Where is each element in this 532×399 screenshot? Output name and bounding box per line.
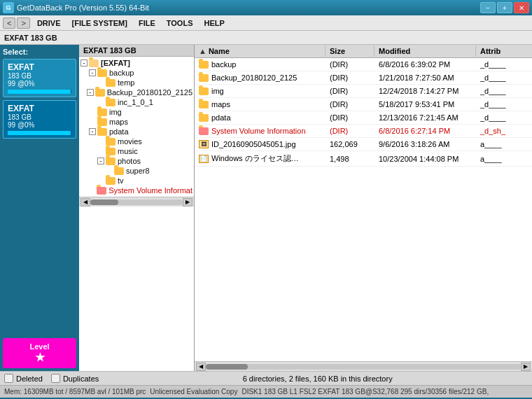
- file-attrib-0: _d____: [476, 59, 532, 70]
- tree-label-img: img: [109, 108, 122, 116]
- tree-item-photos[interactable]: photos: [80, 156, 192, 166]
- file-modified-3: 5/18/2017 9:53:41 PM: [374, 99, 476, 110]
- file-list[interactable]: backup (DIR) 6/8/2016 6:39:02 PM _d____ …: [195, 58, 532, 361]
- tree-item-sysvolinfo[interactable]: System Volume Informat: [80, 186, 192, 195]
- tree-container: [EXFAT] backup temp: [79, 57, 194, 197]
- tree-horizontal-scrollbar[interactable]: ◀ ▶: [79, 197, 194, 206]
- tree-item-music[interactable]: music: [80, 146, 192, 156]
- tree-expander-photos[interactable]: [97, 158, 104, 164]
- tree-expander-inc: [97, 99, 104, 106]
- tree-label-photos: photos: [118, 157, 141, 165]
- tree-expander-exfat[interactable]: [80, 59, 88, 66]
- folder-icon-music: [106, 148, 115, 155]
- drive-item-1[interactable]: EXFAT 183 GB 99 @0%: [3, 100, 76, 139]
- tree-label-movies: movies: [118, 137, 142, 146]
- folder-icon-exfat: [89, 59, 99, 67]
- close-button[interactable]: ✕: [514, 2, 529, 13]
- tree-item-super8[interactable]: super8: [80, 166, 192, 176]
- file-folder-icon-0: [199, 61, 209, 69]
- deleted-label: Deleted: [16, 374, 43, 383]
- drive-name-1: EXFAT: [8, 104, 71, 113]
- scroll-track[interactable]: [90, 200, 183, 205]
- tree-expander-backup2018[interactable]: [87, 89, 94, 96]
- tree-label-backup2018: Backup_20180120_2125: [107, 88, 192, 97]
- file-row-6[interactable]: 🖼 ID_20160905045051.jpg 162,069 9/6/2016…: [195, 138, 532, 151]
- file-doc-icon-7: 📄: [199, 155, 209, 163]
- menu-drive[interactable]: DRIVE: [31, 18, 66, 29]
- folder-icon-img: [97, 108, 107, 116]
- file-scroll-right-btn[interactable]: ▶: [521, 363, 531, 371]
- col-header-modified[interactable]: Modified: [374, 46, 476, 57]
- tree-label-backup: backup: [109, 69, 134, 77]
- tree-label-maps: maps: [109, 118, 128, 126]
- tree-expander-backup[interactable]: [89, 69, 96, 76]
- file-row-4[interactable]: pdata (DIR) 12/13/2016 7:21:45 AM _d____: [195, 111, 532, 125]
- file-modified-1: 1/21/2018 7:27:50 AM: [374, 72, 476, 83]
- tree-expander-super8: [106, 167, 113, 174]
- file-folder-icon-1: [199, 74, 209, 82]
- app-icon: G: [3, 2, 14, 13]
- tree-panel[interactable]: EXFAT 183 GB [EXFAT] backup tem: [79, 45, 195, 371]
- file-row-2[interactable]: img (DIR) 12/24/2018 7:14:27 PM _d____: [195, 85, 532, 98]
- file-folder-icon-3: [199, 101, 209, 108]
- file-size-6: 162,069: [326, 139, 374, 150]
- title-text: GetDataBack Pro (Version 5.55) 64-Bit: [17, 4, 480, 12]
- duplicates-checkbox[interactable]: [51, 374, 60, 383]
- file-row-1[interactable]: Backup_20180120_2125 (DIR) 1/21/2018 7:2…: [195, 71, 532, 85]
- nav-back-button[interactable]: <: [3, 18, 15, 29]
- window-controls: − + ✕: [480, 2, 529, 13]
- file-scroll-thumb[interactable]: [206, 364, 248, 370]
- status-license: Unlicensed Evaluation Copy: [150, 388, 237, 396]
- tree-label-pdata: pdata: [109, 127, 129, 136]
- menu-help[interactable]: HELP: [199, 18, 230, 29]
- col-header-name[interactable]: ▲ Name: [195, 46, 326, 57]
- folder-icon-super8: [114, 167, 124, 175]
- menu-file[interactable]: FILE: [133, 18, 161, 29]
- deleted-checkbox[interactable]: [4, 374, 13, 383]
- file-row-3[interactable]: maps (DIR) 5/18/2017 9:53:41 PM _d____: [195, 98, 532, 111]
- tree-label-tv: tv: [118, 176, 124, 185]
- file-modified-5: 6/8/2016 6:27:14 PM: [374, 125, 476, 136]
- tree-item-maps[interactable]: maps: [80, 117, 192, 127]
- tree-item-backup[interactable]: backup: [80, 68, 192, 78]
- duplicates-indicator: Duplicates: [51, 374, 99, 383]
- tree-item-exfat[interactable]: [EXFAT]: [80, 58, 192, 68]
- tree-item-movies[interactable]: movies: [80, 136, 192, 146]
- file-row-0[interactable]: backup (DIR) 6/8/2016 6:39:02 PM _d____: [195, 58, 532, 71]
- folder-icon-backup: [97, 69, 107, 77]
- drive-item-0[interactable]: EXFAT 183 GB 99 @0%: [3, 59, 76, 97]
- drive-progress-0: [8, 90, 71, 94]
- scroll-right-btn[interactable]: ▶: [183, 198, 192, 206]
- menu-filesystem[interactable]: [FILE SYSTEM]: [66, 18, 133, 29]
- scroll-thumb[interactable]: [90, 200, 118, 205]
- tree-item-pdata[interactable]: pdata: [80, 127, 192, 136]
- menu-tools[interactable]: TOOLS: [161, 18, 199, 29]
- tree-expander-temp: [97, 79, 104, 86]
- dir-count: 6 directories, 2 files, 160 KB in this d…: [107, 374, 528, 383]
- file-scroll-left-btn[interactable]: ◀: [196, 363, 206, 371]
- tree-label-super8: super8: [126, 167, 150, 175]
- col-header-attrib[interactable]: Attrib: [476, 46, 532, 57]
- tree-item-inc[interactable]: inc_1_0_1: [80, 97, 192, 107]
- tree-item-backup2018[interactable]: Backup_20180120_2125: [80, 88, 192, 97]
- file-name-7: 📄 Windows のライセス認…: [195, 152, 326, 165]
- file-name-0: backup: [195, 59, 326, 70]
- file-name-3: maps: [195, 99, 326, 110]
- file-scroll-track[interactable]: [206, 364, 521, 370]
- scroll-left-btn[interactable]: ◀: [80, 198, 90, 206]
- col-header-size[interactable]: Size: [326, 46, 374, 57]
- tree-item-tv[interactable]: tv: [80, 176, 192, 186]
- minimize-button[interactable]: −: [480, 2, 496, 13]
- tree-label-music: music: [118, 147, 138, 155]
- maximize-button[interactable]: +: [497, 2, 512, 13]
- file-horizontal-scrollbar[interactable]: ◀ ▶: [195, 361, 532, 371]
- file-img-icon-6: 🖼: [199, 140, 209, 148]
- drive-progress-bar-1: [8, 131, 71, 135]
- nav-forward-button[interactable]: >: [17, 18, 29, 29]
- tree-item-img[interactable]: img: [80, 107, 192, 117]
- folder-icon-maps: [97, 118, 107, 126]
- tree-expander-pdata[interactable]: [89, 128, 96, 135]
- tree-item-temp[interactable]: temp: [80, 78, 192, 88]
- file-row-5[interactable]: System Volume Information (DIR) 6/8/2016…: [195, 125, 532, 138]
- file-row-7[interactable]: 📄 Windows のライセス認… 1,498 10/23/2004 1:44:…: [195, 151, 532, 167]
